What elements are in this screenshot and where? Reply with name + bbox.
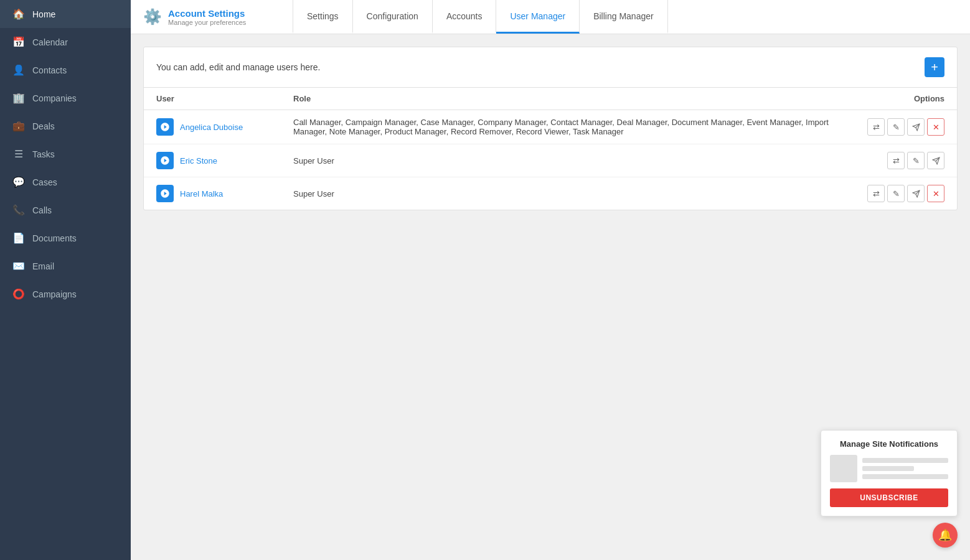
send-btn-3[interactable] xyxy=(907,185,925,202)
notification-image xyxy=(830,455,857,482)
companies-icon: 🏢 xyxy=(12,92,25,104)
copy-btn-2[interactable]: ⇄ xyxy=(887,152,905,169)
notif-line-1 xyxy=(862,458,948,463)
sidebar-label-companies: Companies xyxy=(32,93,77,103)
user-cell-1: Angelica Duboise xyxy=(144,110,281,144)
gear-icon: ⚙️ xyxy=(143,8,162,26)
deals-icon: 💼 xyxy=(12,120,25,132)
avatar-3 xyxy=(156,185,174,202)
tab-configuration[interactable]: Configuration xyxy=(353,0,433,34)
notification-preview xyxy=(830,455,948,482)
sidebar-label-calls: Calls xyxy=(32,205,52,215)
documents-icon: 📄 xyxy=(12,232,25,244)
user-name-1[interactable]: Angelica Duboise xyxy=(180,123,243,132)
header-subtitle: Manage your preferences xyxy=(168,19,246,26)
send-btn-2[interactable] xyxy=(927,152,944,169)
user-role-2: Super User xyxy=(281,144,855,177)
sidebar-item-deals[interactable]: 💼 Deals xyxy=(0,112,131,140)
user-role-3: Super User xyxy=(281,177,855,210)
email-icon: ✉️ xyxy=(12,260,25,272)
sidebar-item-companies[interactable]: 🏢 Companies xyxy=(0,84,131,112)
notif-line-2 xyxy=(862,466,914,471)
notification-popup: Manage Site Notifications UNSUBSCRIBE xyxy=(821,430,958,516)
user-cell-2: Eric Stone xyxy=(144,144,281,177)
tab-accounts[interactable]: Accounts xyxy=(433,0,497,34)
user-manager-header: You can add, edit and manage users here.… xyxy=(144,47,957,88)
tab-settings[interactable]: Settings xyxy=(293,0,353,34)
col-options: Options xyxy=(855,88,957,110)
sidebar-item-email[interactable]: ✉️ Email xyxy=(0,252,131,280)
col-user: User xyxy=(144,88,281,110)
edit-btn-3[interactable]: ✎ xyxy=(887,185,905,202)
remove-btn-1[interactable]: ✕ xyxy=(927,118,944,136)
user-name-2[interactable]: Eric Stone xyxy=(180,156,217,166)
sidebar-item-home[interactable]: 🏠 Home xyxy=(0,0,131,28)
user-manager-card: You can add, edit and manage users here.… xyxy=(143,47,958,210)
user-cell-3: Harel Malka xyxy=(144,177,281,210)
bell-button[interactable]: 🔔 xyxy=(933,523,958,548)
sidebar-item-documents[interactable]: 📄 Documents xyxy=(0,224,131,252)
sidebar-label-home: Home xyxy=(32,9,55,19)
calls-icon: 📞 xyxy=(12,204,25,216)
nav-tabs: Settings Configuration Accounts User Man… xyxy=(293,0,958,34)
remove-btn-3[interactable]: ✕ xyxy=(927,185,944,202)
options-cell-3: ⇄ ✎ ✕ xyxy=(855,177,957,210)
header-left: ⚙️ Account Settings Manage your preferen… xyxy=(143,8,293,26)
user-role-1: Call Manager, Campaign Manager, Case Man… xyxy=(281,110,855,144)
avatar-2 xyxy=(156,152,174,169)
copy-btn-3[interactable]: ⇄ xyxy=(867,185,885,202)
tab-user-manager[interactable]: User Manager xyxy=(496,0,580,34)
notif-line-3 xyxy=(862,474,948,479)
sidebar-label-deals: Deals xyxy=(32,121,55,131)
add-user-button[interactable]: + xyxy=(925,57,944,77)
notification-lines xyxy=(862,455,948,482)
sidebar-label-email: Email xyxy=(32,261,54,271)
notification-popup-title: Manage Site Notifications xyxy=(830,439,948,449)
sidebar-item-calls[interactable]: 📞 Calls xyxy=(0,196,131,224)
sidebar-item-cases[interactable]: 💬 Cases xyxy=(0,168,131,196)
sidebar: 🏠 Home 📅 Calendar 👤 Contacts 🏢 Companies… xyxy=(0,0,131,560)
unsubscribe-button[interactable]: UNSUBSCRIBE xyxy=(830,488,948,507)
campaigns-icon: ⭕ xyxy=(12,288,25,300)
options-cell-1: ⇄ ✎ ✕ xyxy=(855,110,957,144)
edit-btn-1[interactable]: ✎ xyxy=(887,118,905,136)
tasks-icon: ☰ xyxy=(12,148,25,160)
sidebar-label-tasks: Tasks xyxy=(32,149,55,159)
options-cell-2: ⇄ ✎ xyxy=(855,144,957,177)
col-role: Role xyxy=(281,88,855,110)
header: ⚙️ Account Settings Manage your preferen… xyxy=(131,0,970,34)
tab-billing-manager[interactable]: Billing Manager xyxy=(580,0,668,34)
calendar-icon: 📅 xyxy=(12,36,25,48)
table-row: Eric Stone Super User ⇄ ✎ xyxy=(144,144,957,177)
sidebar-item-contacts[interactable]: 👤 Contacts xyxy=(0,56,131,84)
edit-btn-2[interactable]: ✎ xyxy=(907,152,925,169)
main-content: ⚙️ Account Settings Manage your preferen… xyxy=(131,0,970,560)
user-name-3[interactable]: Harel Malka xyxy=(180,189,223,198)
cases-icon: 💬 xyxy=(12,176,25,188)
avatar-1 xyxy=(156,118,174,136)
user-table: User Role Options Angelica D xyxy=(144,88,957,210)
sidebar-label-documents: Documents xyxy=(32,233,77,243)
header-title-block: Account Settings Manage your preferences xyxy=(168,8,246,26)
sidebar-item-campaigns[interactable]: ⭕ Campaigns xyxy=(0,280,131,308)
user-manager-description: You can add, edit and manage users here. xyxy=(156,62,320,72)
table-row: Harel Malka Super User ⇄ ✎ ✕ xyxy=(144,177,957,210)
sidebar-label-contacts: Contacts xyxy=(32,65,67,75)
header-title: Account Settings xyxy=(168,8,246,19)
copy-btn-1[interactable]: ⇄ xyxy=(867,118,885,136)
sidebar-item-calendar[interactable]: 📅 Calendar xyxy=(0,28,131,56)
sidebar-label-campaigns: Campaigns xyxy=(32,289,77,299)
sidebar-item-tasks[interactable]: ☰ Tasks xyxy=(0,140,131,168)
contacts-icon: 👤 xyxy=(12,64,25,76)
home-icon: 🏠 xyxy=(12,8,25,20)
content-area: You can add, edit and manage users here.… xyxy=(131,34,970,560)
sidebar-label-calendar: Calendar xyxy=(32,37,68,47)
sidebar-label-cases: Cases xyxy=(32,177,57,187)
table-row: Angelica Duboise Call Manager, Campaign … xyxy=(144,110,957,144)
send-btn-1[interactable] xyxy=(907,118,925,136)
